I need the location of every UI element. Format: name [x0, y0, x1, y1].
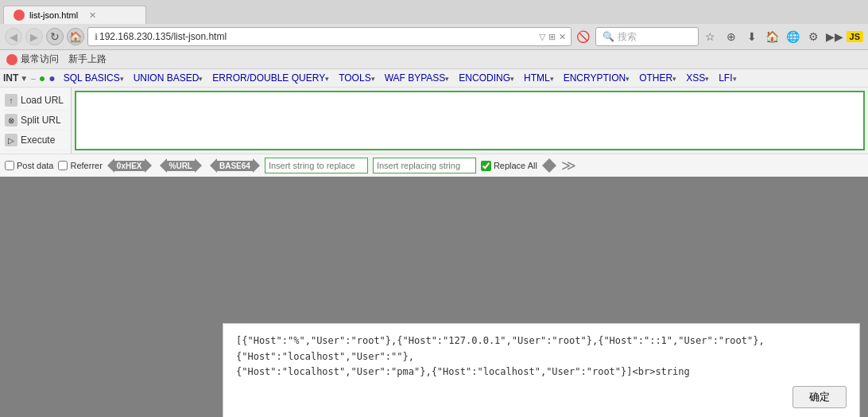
- result-line1: [{"Host":"%","User":"root"},{"Host":"127…: [236, 335, 765, 361]
- search-bar[interactable]: 🔍 搜索: [595, 27, 699, 46]
- tab-bar: list-json.html ✕: [0, 0, 868, 24]
- search-placeholder: 搜索: [618, 30, 637, 44]
- menu-error-double-query[interactable]: ERROR/DOUBLE QUERY▾: [207, 71, 334, 85]
- result-dialog: [{"Host":"%","User":"root"},{"Host":"127…: [223, 323, 860, 417]
- 0xhex-arrow-left: [107, 158, 114, 173]
- menu-waf-bypass[interactable]: WAF BYPASS▾: [380, 71, 455, 85]
- result-text-line2: {"Host":"localhost","User":"pma"},{"Host…: [236, 364, 847, 380]
- bookmark-star-icon[interactable]: ⊞: [548, 32, 556, 42]
- url-encode-group: %URL: [160, 158, 202, 173]
- 0xhex-label[interactable]: 0xHEX: [114, 161, 145, 171]
- replace-all-checkbox[interactable]: [481, 161, 491, 171]
- split-url-action[interactable]: ⊗ Split URL: [3, 111, 68, 131]
- base64-arrow-right: [253, 158, 260, 173]
- execute-icon: ▷: [5, 134, 17, 146]
- bookmark-icon[interactable]: ☆: [702, 28, 719, 45]
- rss-icon: ▽: [539, 32, 545, 42]
- address-text: 192.168.230.135/list-json.html: [99, 31, 539, 42]
- more-icon[interactable]: ▶▶: [826, 28, 843, 45]
- bookmark-new-user[interactable]: 新手上路: [68, 53, 107, 66]
- home-button[interactable]: 🏠: [67, 28, 84, 45]
- result-line2: {"Host":"localhost","User":"pma"},{"Host…: [236, 366, 690, 377]
- int-dropdown-arrow[interactable]: ▼: [20, 74, 28, 83]
- split-url-label: Split URL: [21, 115, 61, 126]
- forward-button[interactable]: ▶: [25, 28, 43, 45]
- home-icon2[interactable]: 🏠: [764, 28, 781, 45]
- menu-encryption[interactable]: ENCRYPTION▾: [559, 71, 634, 85]
- execute-label: Execute: [21, 134, 55, 146]
- execute-action[interactable]: ▷ Execute: [3, 131, 68, 150]
- menu-icon[interactable]: ⚙: [805, 28, 823, 45]
- firefox-icon: [6, 54, 17, 65]
- hackbar-body: ↑ Load URL ⊗ Split URL ▷ Execute: [0, 88, 868, 154]
- load-url-action[interactable]: ↑ Load URL: [3, 91, 68, 111]
- downloads-icon[interactable]: ⊕: [723, 28, 740, 45]
- menu-other[interactable]: OTHER▾: [634, 71, 681, 85]
- info-icon: ℹ: [93, 32, 99, 42]
- bookmarks-bar: 最常访问 新手上路: [0, 50, 868, 69]
- base64-encode-group: BASE64: [210, 158, 260, 173]
- most-visited-label: 最常访问: [21, 53, 59, 66]
- bookmark-new-user-label: 新手上路: [68, 53, 107, 66]
- address-close-icon[interactable]: ✕: [559, 32, 566, 42]
- ok-button[interactable]: 确定: [792, 386, 847, 408]
- post-data-checkbox[interactable]: [5, 161, 14, 170]
- url-arrow-right: [195, 158, 202, 173]
- referrer-checkbox[interactable]: [58, 161, 68, 170]
- insert-replacing-input[interactable]: [373, 158, 476, 173]
- menu-tools[interactable]: TOOLS▾: [334, 71, 379, 85]
- separator1: –: [31, 74, 36, 83]
- navigation-bar: ◀ ▶ ↻ 🏠 ℹ 192.168.230.135/list-json.html…: [0, 24, 868, 50]
- ok-button-row: 确定: [236, 386, 847, 408]
- url-label[interactable]: %URL: [167, 161, 195, 171]
- bookmark-most-visited[interactable]: 最常访问: [6, 53, 59, 66]
- url-arrow-left: [160, 158, 167, 173]
- no-script-icon[interactable]: 🚫: [575, 28, 592, 45]
- int-label: INT: [3, 72, 18, 84]
- tab-title: list-json.html: [29, 10, 78, 20]
- referrer-label: Referrer: [70, 161, 102, 170]
- back-button[interactable]: ◀: [5, 28, 22, 45]
- int-select[interactable]: INT ▼: [3, 72, 28, 84]
- green-indicator: ●: [39, 72, 45, 84]
- replace-arrow-right: [549, 158, 556, 173]
- tab-favicon: [14, 10, 25, 21]
- hackbar-menu: SQL BASICS▾ UNION BASED▾ ERROR/DOUBLE QU…: [59, 71, 742, 85]
- refresh-button[interactable]: ↻: [46, 28, 64, 45]
- load-url-label: Load URL: [21, 95, 64, 106]
- blue-indicator: ●: [48, 72, 55, 84]
- menu-sql-basics[interactable]: SQL BASICS▾: [59, 71, 129, 85]
- load-url-icon: ↑: [5, 94, 17, 107]
- address-icons: ▽ ⊞ ✕: [539, 32, 566, 42]
- 0xhex-arrow-right: [145, 158, 152, 173]
- double-right-arrow: ≫: [561, 157, 576, 174]
- hackbar-bottom-bar: Post data Referrer 0xHEX %URL BASE64 Rep…: [0, 154, 868, 177]
- hackbar-input-area[interactable]: [75, 91, 865, 150]
- page-content-area: [{"Host":"%","User":"root"},{"Host":"127…: [0, 177, 868, 417]
- split-url-icon: ⊗: [5, 114, 17, 127]
- menu-encoding[interactable]: ENCODING▾: [454, 71, 519, 85]
- referrer-checkbox-label[interactable]: Referrer: [58, 161, 102, 170]
- replace-arrow-group: [542, 158, 556, 173]
- download-arrow-icon[interactable]: ⬇: [743, 28, 761, 45]
- search-icon: 🔍: [603, 31, 614, 42]
- js-toggle-badge[interactable]: JS: [847, 31, 863, 42]
- tab-close-button[interactable]: ✕: [89, 10, 96, 21]
- replace-all-label: Replace All: [494, 161, 537, 170]
- base64-arrow-left: [210, 158, 217, 173]
- 0xhex-encode-group: 0xHEX: [107, 158, 152, 173]
- post-data-checkbox-label[interactable]: Post data: [5, 161, 53, 170]
- menu-union-based[interactable]: UNION BASED▾: [129, 71, 208, 85]
- hackbar-top-bar: INT ▼ – ● ● SQL BASICS▾ UNION BASED▾ ERR…: [0, 69, 868, 88]
- replace-all-checkbox-label[interactable]: Replace All: [481, 161, 537, 171]
- menu-lfi[interactable]: LFI▾: [714, 71, 741, 85]
- replace-arrow-left: [542, 158, 549, 173]
- insert-replace-input[interactable]: [265, 158, 368, 173]
- globe-icon[interactable]: 🌐: [785, 28, 802, 45]
- base64-label[interactable]: BASE64: [217, 161, 253, 171]
- post-data-label: Post data: [17, 161, 53, 170]
- menu-xss[interactable]: XSS▾: [681, 71, 714, 85]
- address-bar[interactable]: ℹ 192.168.230.135/list-json.html ▽ ⊞ ✕: [87, 27, 572, 46]
- active-tab[interactable]: list-json.html ✕: [3, 6, 146, 24]
- menu-html[interactable]: HTML▾: [519, 71, 559, 85]
